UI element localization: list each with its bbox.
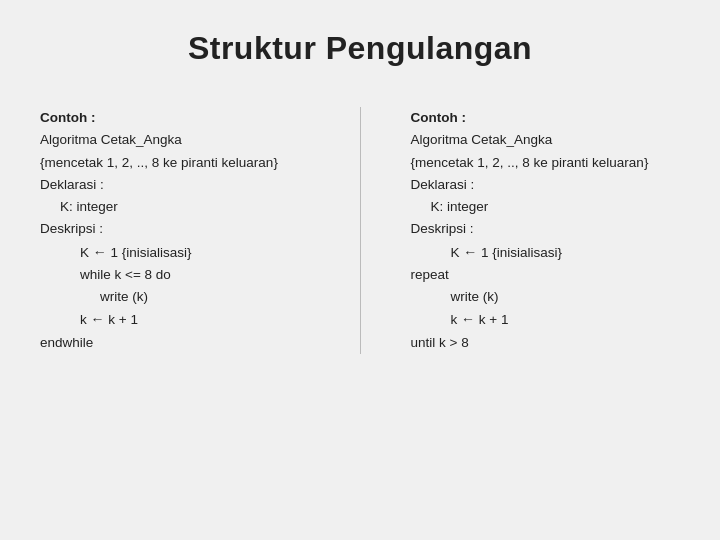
right-line9: k ← k + 1 <box>411 308 681 331</box>
right-line5: Deskripsi : <box>411 218 681 240</box>
right-k2-label: k <box>451 312 458 327</box>
left-contoh-label: Contoh : <box>40 107 310 129</box>
left-line10: endwhile <box>40 332 310 354</box>
right-line6b: 1 {inisialisasi} <box>481 245 562 260</box>
left-line1: Algoritma Cetak_Angka <box>40 129 310 151</box>
right-arrow1: ← <box>463 241 477 264</box>
left-column: Contoh : Algoritma Cetak_Angka {mencetak… <box>40 107 310 354</box>
left-line3: Deklarasi : <box>40 174 310 196</box>
right-line6: K ← 1 {inisialisasi} <box>411 241 681 264</box>
right-line4: K: integer <box>411 196 681 218</box>
right-line3: Deklarasi : <box>411 174 681 196</box>
left-k-label: K <box>80 245 89 260</box>
left-line6: K ← 1 {inisialisasi} <box>40 241 310 264</box>
right-column: Contoh : Algoritma Cetak_Angka {mencetak… <box>411 107 681 354</box>
right-line1: Algoritma Cetak_Angka <box>411 129 681 151</box>
left-arrow2: ← <box>91 308 105 331</box>
slide-title: Struktur Pengulangan <box>40 30 680 67</box>
left-line9b: k + 1 <box>108 312 138 327</box>
title-area: Struktur Pengulangan <box>40 30 680 67</box>
left-line9: k ← k + 1 <box>40 308 310 331</box>
right-line10: until k > 8 <box>411 332 681 354</box>
left-line7: while k <= 8 do <box>40 264 310 286</box>
right-arrow2: ← <box>461 308 475 331</box>
slide: Struktur Pengulangan Contoh : Algoritma … <box>0 0 720 540</box>
left-line8: write (k) <box>40 286 310 308</box>
left-line2: {mencetak 1, 2, .., 8 ke piranti keluara… <box>40 152 310 174</box>
content-area: Contoh : Algoritma Cetak_Angka {mencetak… <box>40 107 680 354</box>
right-line8: write (k) <box>411 286 681 308</box>
right-line7: repeat <box>411 264 681 286</box>
right-k-label: K <box>451 245 460 260</box>
left-k2-label: k <box>80 312 87 327</box>
left-line5: Deskripsi : <box>40 218 310 240</box>
column-divider <box>360 107 361 354</box>
right-contoh-label: Contoh : <box>411 107 681 129</box>
right-line9b: k + 1 <box>479 312 509 327</box>
right-line2: {mencetak 1, 2, .., 8 ke piranti keluara… <box>411 152 681 174</box>
left-arrow1: ← <box>93 241 107 264</box>
left-line4: K: integer <box>40 196 310 218</box>
left-line6b: 1 {inisialisasi} <box>111 245 192 260</box>
